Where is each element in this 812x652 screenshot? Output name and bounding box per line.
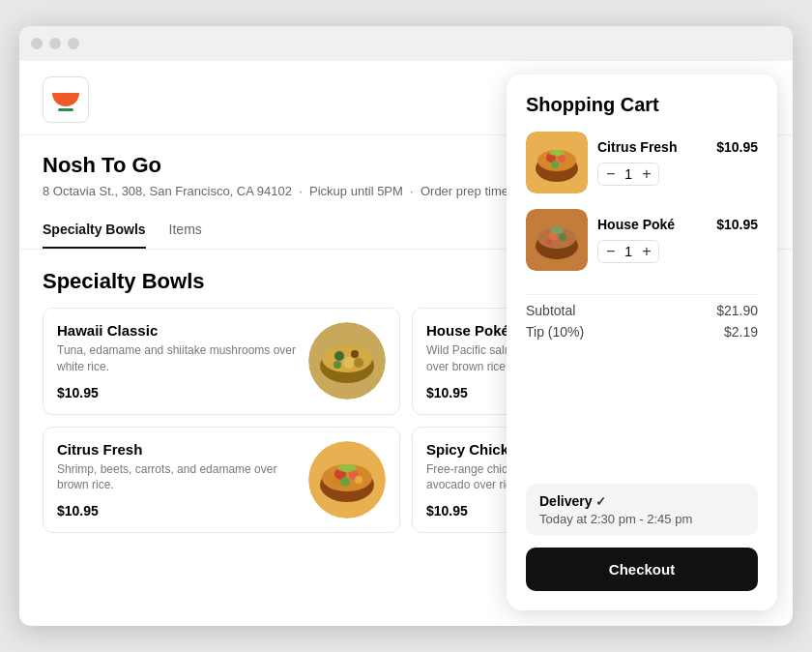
tip-label: Tip (10%) bbox=[526, 324, 584, 340]
menu-item-hawaii-image bbox=[308, 322, 386, 400]
svg-point-6 bbox=[334, 361, 341, 369]
app-window: 🛒 Nosh To Go 8 Octavia St., 308, San Fra… bbox=[19, 26, 793, 626]
svg-point-45 bbox=[546, 239, 552, 245]
cart-tip-row: Tip (10%) $2.19 bbox=[526, 324, 758, 340]
maximize-button[interactable] bbox=[68, 38, 79, 49]
citrus-qty-increase[interactable]: + bbox=[642, 166, 651, 182]
svg-point-44 bbox=[559, 233, 566, 241]
app-content: 🛒 Nosh To Go 8 Octavia St., 308, San Fra… bbox=[19, 61, 793, 626]
citrus-qty-value: 1 bbox=[624, 166, 632, 182]
delivery-check-icon: ✓ bbox=[595, 494, 606, 509]
svg-point-38 bbox=[551, 161, 559, 168]
house-qty-value: 1 bbox=[624, 244, 632, 259]
cart-item-citrus-details: Citrus Fresh $10.95 − 1 + bbox=[597, 139, 758, 186]
svg-point-4 bbox=[351, 350, 359, 358]
citrus-qty-decrease[interactable]: − bbox=[606, 166, 615, 182]
menu-item-hawaii-info: Hawaii Classic Tuna, edamame and shiitak… bbox=[57, 322, 308, 400]
cart-item-house-image bbox=[526, 209, 588, 271]
cart-item-citrus-image bbox=[526, 132, 588, 193]
pickup-time: Pickup until 5PM bbox=[309, 184, 403, 198]
restaurant-logo bbox=[43, 76, 89, 123]
cart-citrus-svg bbox=[526, 132, 588, 193]
menu-item-citrus-desc: Shrimp, beets, carrots, and edamame over… bbox=[57, 461, 297, 494]
delivery-box: Delivery ✓ Today at 2:30 pm - 2:45 pm bbox=[526, 484, 758, 536]
house-qty-decrease[interactable]: − bbox=[606, 244, 615, 259]
house-qty-control: − 1 + bbox=[597, 240, 659, 263]
menu-item-citrus-image bbox=[308, 441, 386, 519]
tip-value: $2.19 bbox=[724, 324, 758, 340]
citrus-qty-control: − 1 + bbox=[597, 163, 659, 186]
cart-item-house: House Poké $10.95 − 1 + bbox=[526, 209, 758, 271]
menu-item-hawaii-name: Hawaii Classic bbox=[57, 322, 297, 339]
cart-item-house-details: House Poké $10.95 − 1 + bbox=[597, 217, 758, 263]
citrus-bowl-svg bbox=[308, 441, 386, 519]
subtotal-value: $21.90 bbox=[716, 303, 758, 318]
cart-items-section: Citrus Fresh $10.95 − 1 + bbox=[526, 132, 758, 286]
svg-point-22 bbox=[332, 478, 339, 486]
svg-point-24 bbox=[337, 464, 357, 472]
svg-point-5 bbox=[343, 357, 355, 369]
menu-item-citrus-info: Citrus Fresh Shrimp, beets, carrots, and… bbox=[57, 441, 308, 519]
title-bar bbox=[19, 26, 793, 61]
shopping-cart-panel: Shopping Cart bbox=[507, 74, 777, 610]
logo-bowl-icon bbox=[52, 93, 79, 106]
cart-item-citrus: Citrus Fresh $10.95 − 1 + bbox=[526, 132, 758, 193]
cart-subtotal-row: Subtotal $21.90 bbox=[526, 303, 758, 318]
delivery-label: Delivery bbox=[539, 493, 592, 509]
tab-specialty-bowls[interactable]: Specialty Bowls bbox=[43, 212, 146, 249]
menu-item-hawaii[interactable]: Hawaii Classic Tuna, edamame and shiitak… bbox=[43, 308, 400, 415]
tab-items[interactable]: Items bbox=[169, 212, 202, 249]
svg-point-23 bbox=[355, 476, 362, 484]
cart-house-svg bbox=[526, 209, 588, 271]
svg-point-46 bbox=[550, 226, 564, 234]
menu-item-citrus-price: $10.95 bbox=[57, 503, 297, 519]
cart-title: Shopping Cart bbox=[526, 94, 758, 116]
cart-item-citrus-label: Citrus Fresh bbox=[597, 139, 677, 155]
cart-item-house-name-price: House Poké $10.95 bbox=[597, 217, 758, 232]
minimize-button[interactable] bbox=[49, 38, 61, 49]
house-qty-increase[interactable]: + bbox=[642, 244, 651, 259]
close-button[interactable] bbox=[31, 38, 43, 49]
svg-point-7 bbox=[354, 358, 363, 368]
cart-item-house-price: $10.95 bbox=[716, 217, 758, 232]
svg-point-37 bbox=[558, 155, 566, 163]
delivery-time: Today at 2:30 pm - 2:45 pm bbox=[539, 512, 744, 526]
svg-point-21 bbox=[340, 477, 350, 487]
cart-divider-1 bbox=[526, 294, 758, 295]
menu-item-hawaii-price: $10.95 bbox=[57, 385, 297, 400]
svg-point-3 bbox=[334, 351, 344, 361]
checkout-button[interactable]: Checkout bbox=[526, 548, 758, 591]
traffic-lights bbox=[31, 38, 79, 49]
hawaii-bowl-svg bbox=[308, 322, 386, 400]
delivery-title: Delivery ✓ bbox=[539, 493, 744, 509]
cart-item-citrus-name-price: Citrus Fresh $10.95 bbox=[597, 139, 758, 155]
cart-item-citrus-price: $10.95 bbox=[716, 139, 758, 155]
restaurant-address: 8 Octavia St., 308, San Francisco, CA 94… bbox=[43, 184, 292, 198]
cart-item-house-label: House Poké bbox=[597, 217, 675, 232]
menu-item-citrus-name: Citrus Fresh bbox=[57, 441, 297, 458]
svg-point-39 bbox=[549, 150, 565, 156]
menu-item-hawaii-desc: Tuna, edamame and shiitake mushrooms ove… bbox=[57, 342, 297, 375]
cart-totals: Subtotal $21.90 Tip (10%) $2.19 bbox=[526, 286, 758, 345]
subtotal-label: Subtotal bbox=[526, 303, 575, 318]
menu-item-citrus[interactable]: Citrus Fresh Shrimp, beets, carrots, and… bbox=[43, 427, 400, 534]
